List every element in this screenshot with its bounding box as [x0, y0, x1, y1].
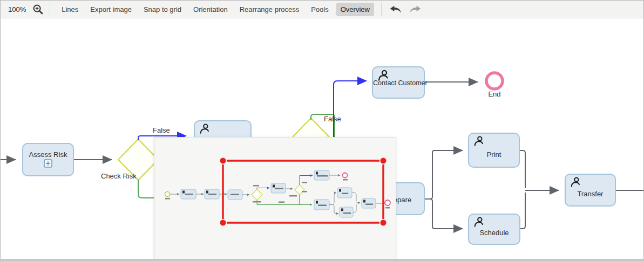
- flow-prepare-to-schedule[interactable]: [430, 199, 463, 229]
- end-event-label: End: [485, 90, 504, 98]
- task-contact-customer[interactable]: Contact Customer: [372, 66, 425, 99]
- redo-icon[interactable]: [409, 3, 422, 16]
- task-label: Contact Customer: [373, 79, 424, 87]
- task-label: Transfer: [566, 190, 615, 198]
- subprocess-plus-icon[interactable]: [44, 159, 52, 169]
- mini-start-event: [165, 192, 170, 197]
- flow-print-out[interactable]: [520, 150, 525, 188]
- user-icon: [473, 135, 485, 149]
- toolbar: 100% Lines Export image Snap to grid Ori…: [1, 1, 643, 18]
- user-icon: [199, 123, 211, 136]
- task-transfer[interactable]: Transfer: [565, 174, 616, 207]
- toolbar-button-snap-to-grid[interactable]: Snap to grid: [139, 3, 186, 16]
- toolbar-button-overview[interactable]: Overview: [336, 3, 374, 16]
- edge-label-false-2: False: [324, 115, 341, 123]
- zoom-level: 100%: [8, 5, 26, 13]
- viewport-handle-top-right[interactable]: [381, 158, 387, 164]
- flow-gateway2-false[interactable]: [334, 81, 367, 140]
- task-assess-risk[interactable]: Assess Risk: [22, 143, 74, 176]
- flow-schedule-out[interactable]: [520, 193, 525, 229]
- task-label: Assess Risk: [29, 150, 67, 159]
- toolbar-button-pools[interactable]: Pools: [307, 3, 333, 16]
- user-icon: [473, 216, 485, 230]
- toolbar-button-orientation[interactable]: Orientation: [189, 3, 232, 16]
- task-schedule[interactable]: Schedule: [468, 214, 520, 245]
- viewport-handle-bottom-left[interactable]: [220, 220, 226, 226]
- undo-icon[interactable]: [389, 3, 402, 16]
- task-print[interactable]: Print: [468, 133, 520, 168]
- overview-minimap: [154, 138, 396, 260]
- viewport-handle-top-left[interactable]: [220, 158, 226, 164]
- edge-label-false-1: False: [153, 126, 170, 134]
- toolbar-button-rearrange-process[interactable]: Rearrange process: [235, 3, 304, 16]
- overview-panel[interactable]: [154, 137, 396, 260]
- flow-prepare-to-print[interactable]: [430, 150, 463, 199]
- viewport-handle-bottom-right[interactable]: [381, 220, 387, 226]
- mini-end-event: [343, 173, 348, 178]
- toolbar-separator: [50, 3, 50, 16]
- process-designer-window: 100% Lines Export image Snap to grid Ori…: [0, 0, 644, 261]
- minimap-diagram: [165, 170, 391, 217]
- zoom-in-icon[interactable]: [31, 3, 44, 16]
- gateway-label-check-risk: Check Risk: [101, 172, 137, 180]
- mini-end-event-2: [385, 200, 390, 205]
- task-label: Print: [469, 150, 519, 158]
- end-event[interactable]: [486, 73, 503, 89]
- user-icon: [570, 176, 581, 190]
- toolbar-button-export-image[interactable]: Export image: [86, 3, 136, 16]
- toolbar-button-lines[interactable]: Lines: [57, 3, 83, 16]
- diagram-canvas[interactable]: False False Check Risk End Assess Risk: [1, 18, 643, 259]
- toolbar-separator: [381, 3, 382, 16]
- task-label: Schedule: [469, 229, 519, 237]
